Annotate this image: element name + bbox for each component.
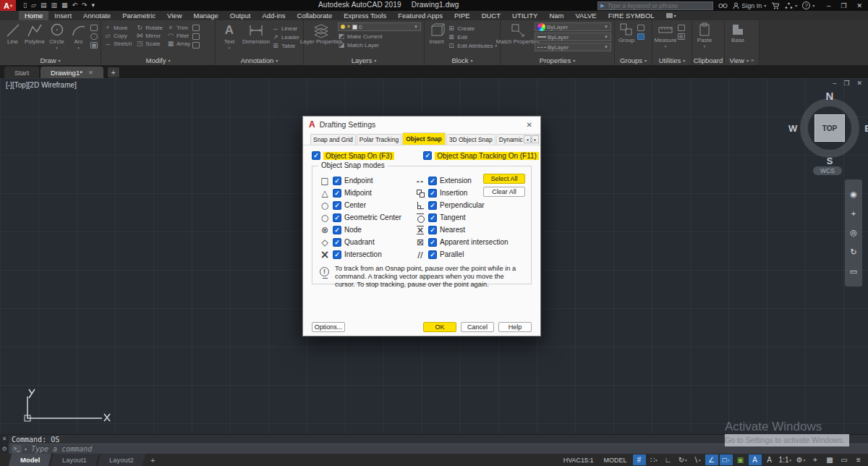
viewport-restore-button[interactable]: ❐ xyxy=(843,80,849,87)
status-object-snap-button[interactable]: □▾ xyxy=(720,454,733,465)
quadrant-checkbox[interactable] xyxy=(333,238,341,247)
viewcube-north[interactable]: N xyxy=(826,90,834,102)
dimension-tool-button[interactable]: Dimension xyxy=(242,22,270,45)
dialog-title-bar[interactable]: A Drafting Settings ✕ xyxy=(303,116,540,132)
group-button[interactable]: Group xyxy=(618,22,635,43)
dialog-tab-polar-tracking[interactable]: Polar Tracking xyxy=(357,134,401,145)
close-button[interactable]: ✕ xyxy=(856,2,862,9)
panel-label-view[interactable]: View▾» xyxy=(725,56,759,65)
status-annotation-autoscale-button[interactable]: A xyxy=(749,454,762,465)
table-tool-button[interactable]: ⊞Table xyxy=(272,42,299,49)
status-snap-mode-button[interactable]: ∷▾ xyxy=(647,454,660,465)
status-isolate-objects-button[interactable]: ▩ xyxy=(823,454,836,465)
ok-button[interactable]: OK xyxy=(423,322,456,332)
viewcube-south[interactable]: S xyxy=(827,156,833,166)
ribbon-tab-home[interactable]: Home xyxy=(19,11,48,20)
status-status-menu-button[interactable]: ≡ xyxy=(852,454,865,465)
ribbon-tab-collaborate[interactable]: Collaborate xyxy=(292,11,339,20)
dialog-tab-object-snap[interactable]: Object Snap xyxy=(402,132,446,145)
layer-select-combo[interactable]: ✶ 0 ▼ xyxy=(338,22,421,31)
status-ortho-mode-button[interactable]: ∟ xyxy=(662,454,675,465)
edit-attributes-button[interactable]: ⊡Edit Attributes▾ xyxy=(448,42,497,49)
quick-select-tool-icon[interactable] xyxy=(678,25,685,31)
explode-tool-icon[interactable] xyxy=(192,33,200,40)
status-grid-display-button[interactable]: # xyxy=(633,454,646,465)
panel-label-properties[interactable]: Properties▾ xyxy=(501,56,614,65)
viewcube-west[interactable]: W xyxy=(788,123,797,134)
file-tab-drawing1[interactable]: Drawing1* ✕ xyxy=(41,67,103,78)
orbit-icon[interactable]: ↻ xyxy=(850,247,856,257)
tab-scroll-left-button[interactable]: ◂ xyxy=(524,135,531,143)
wcs-menu[interactable]: WCS xyxy=(813,166,842,175)
viewcube-top-face[interactable]: TOP xyxy=(814,114,845,142)
make-current-button[interactable]: ◩Make Current xyxy=(338,33,421,40)
ungroup-tool-icon[interactable] xyxy=(637,25,644,31)
match-properties-button[interactable]: Match Properties xyxy=(503,22,532,45)
perpendicular-checkbox[interactable] xyxy=(428,201,437,210)
search-icon[interactable] xyxy=(718,2,728,9)
command-close-icon[interactable]: ✕ xyxy=(2,436,7,442)
showmotion-icon[interactable]: ▭ xyxy=(850,267,857,276)
edit-block-button[interactable]: ⊠Edit xyxy=(448,33,497,41)
paste-button[interactable]: Paste▾ xyxy=(695,22,714,49)
dialog-close-button[interactable]: ✕ xyxy=(524,121,535,129)
panel-label-layers[interactable]: Layers▾ xyxy=(304,56,424,65)
ribbon-tab-express-tools[interactable]: Express Tools xyxy=(338,11,392,20)
viewcube-east[interactable]: E xyxy=(864,123,868,134)
extension-checkbox[interactable] xyxy=(428,177,437,185)
qat-dropdown-icon[interactable]: ▾ xyxy=(92,0,95,11)
help-button[interactable]: Help xyxy=(498,322,532,332)
save-icon[interactable]: ▤ xyxy=(41,0,47,11)
ribbon-tab-fire-symbol[interactable]: FIRE SYMBOL xyxy=(603,11,660,20)
midpoint-checkbox[interactable] xyxy=(333,189,341,198)
leader-tool-button[interactable]: ↗Leader xyxy=(272,33,299,41)
help-icon[interactable]: ?▾ xyxy=(802,1,814,9)
linetype-combo[interactable]: ByLayer ▼ xyxy=(535,43,611,51)
trim-tool-button[interactable]: ×Trim xyxy=(167,24,190,31)
open-file-icon[interactable]: ▱ xyxy=(31,0,36,11)
tab-scroll-right-button[interactable]: ▸ xyxy=(532,135,539,143)
options-button[interactable]: Options... xyxy=(312,322,345,332)
status-polar-tracking-button[interactable]: ↻▾ xyxy=(676,454,689,465)
calculator-tool-icon[interactable]: ⊞ xyxy=(678,33,685,40)
ribbon-tab-featured-apps[interactable]: Featured Apps xyxy=(392,11,448,20)
rotate-tool-button[interactable]: ↻Rotate xyxy=(136,24,163,31)
text-tool-button[interactable]: A Text▾ xyxy=(218,22,240,51)
polyline-tool-button[interactable]: Polyline xyxy=(25,22,45,45)
app-store-cart-icon[interactable] xyxy=(771,2,780,9)
search-arrow-icon[interactable]: ▶ xyxy=(600,3,604,9)
file-tab-start[interactable]: Start xyxy=(4,67,39,78)
ribbon-tab-parametric[interactable]: Parametric xyxy=(116,11,161,20)
viewport-minimize-button[interactable]: – xyxy=(833,80,836,87)
cancel-button[interactable]: Cancel xyxy=(461,322,494,332)
sign-in-button[interactable]: Sign In ▾ xyxy=(733,2,766,9)
redo-icon[interactable]: ↷ xyxy=(82,0,88,11)
viewcube[interactable]: N S W E TOP xyxy=(796,94,864,162)
tangent-checkbox[interactable] xyxy=(428,213,437,222)
undo-icon[interactable]: ↶ xyxy=(72,0,77,11)
insert-block-button[interactable]: Insert xyxy=(427,22,446,45)
status-hardware-acceleration-button[interactable]: ▭ xyxy=(838,454,851,465)
status-customization-button[interactable]: + xyxy=(809,454,822,465)
ribbon-tab-view[interactable]: View xyxy=(161,11,187,20)
intersection-checkbox[interactable] xyxy=(333,250,341,259)
ribbon-tab-manage[interactable]: Manage xyxy=(188,11,224,20)
search-input[interactable] xyxy=(606,1,711,10)
match-layer-button[interactable]: ◪Match Layer xyxy=(338,41,421,48)
model-space-button[interactable]: MODEL xyxy=(600,454,631,465)
panel-label-annotation[interactable]: Annotation▾ xyxy=(216,56,303,65)
line-tool-button[interactable]: Line xyxy=(3,22,22,45)
layout-tab-layout1[interactable]: Layout1 xyxy=(51,454,98,466)
ribbon-tab-duct[interactable]: DUCT xyxy=(476,11,506,20)
base-view-button[interactable]: Base xyxy=(728,22,748,43)
status-object-snap-tracking-button[interactable]: ∠ xyxy=(705,454,718,465)
object-snap-on-checkbox[interactable] xyxy=(312,151,320,160)
status-isometric-drafting-button[interactable]: ∖▾ xyxy=(691,454,704,465)
status-annotation-people-button[interactable]: A xyxy=(763,454,776,465)
arc-tool-button[interactable]: Arc▾ xyxy=(69,22,88,51)
minimize-button[interactable]: – xyxy=(827,2,830,9)
dialog-tab-3d-object-snap[interactable]: 3D Object Snap xyxy=(446,134,495,145)
new-file-icon[interactable]: ▯ xyxy=(23,0,27,11)
mirror-tool-button[interactable]: ⋈Mirror xyxy=(136,32,163,39)
save-as-icon[interactable]: ▥ xyxy=(51,0,57,11)
